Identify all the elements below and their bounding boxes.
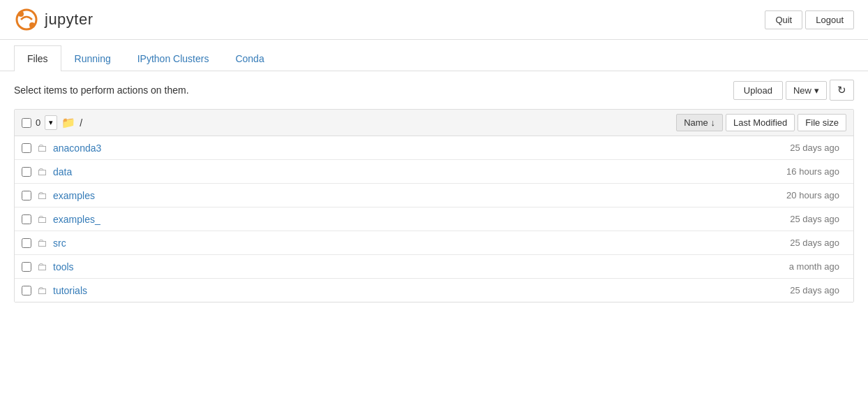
table-row: 🗀 anaconda3 25 days ago bbox=[15, 136, 853, 160]
file-list-header: 0 ▾ 📁 / Name ↓ Last Modified File size bbox=[15, 110, 853, 136]
file-link[interactable]: src bbox=[53, 238, 66, 249]
toolbar: Select items to perform actions on them.… bbox=[0, 71, 868, 109]
file-link[interactable]: data bbox=[53, 166, 72, 177]
selected-count: 0 bbox=[36, 117, 40, 128]
new-button-label: New bbox=[793, 85, 811, 96]
logo: jupyter bbox=[14, 7, 93, 32]
row-checkbox[interactable] bbox=[22, 143, 31, 153]
tab-running[interactable]: Running bbox=[61, 45, 124, 71]
refresh-button[interactable]: ↻ bbox=[830, 80, 854, 101]
file-row-left: 🗀 examples_ bbox=[22, 213, 735, 225]
new-button[interactable]: New ▾ bbox=[786, 81, 827, 100]
file-row-left: 🗀 tutorials bbox=[22, 284, 735, 296]
table-row: 🗀 src 25 days ago bbox=[15, 231, 853, 255]
name-sort-label: Name bbox=[684, 117, 708, 128]
header-buttons: Quit Logout bbox=[765, 10, 854, 29]
table-row: 🗀 examples_ 25 days ago bbox=[15, 207, 853, 231]
file-row-left: 🗀 examples bbox=[22, 189, 735, 201]
last-modified-sort-button[interactable]: Last Modified bbox=[726, 114, 795, 131]
logo-text: jupyter bbox=[45, 10, 93, 29]
select-dropdown-button[interactable]: ▾ bbox=[45, 115, 57, 130]
toolbar-info-text: Select items to perform actions on them. bbox=[14, 85, 189, 96]
tab-files[interactable]: Files bbox=[14, 45, 61, 71]
list-header-left: 0 ▾ 📁 / bbox=[22, 115, 676, 130]
file-row-left: 🗀 tools bbox=[22, 261, 735, 272]
file-size-sort-button[interactable]: File size bbox=[798, 114, 846, 131]
file-link[interactable]: tools bbox=[53, 261, 74, 272]
quit-button[interactable]: Quit bbox=[765, 10, 802, 29]
folder-icon: 🗀 bbox=[37, 237, 47, 249]
row-checkbox[interactable] bbox=[22, 191, 31, 200]
toolbar-right: Upload New ▾ ↻ bbox=[733, 80, 854, 101]
folder-icon: 🗀 bbox=[37, 284, 47, 296]
folder-icon: 🗀 bbox=[37, 166, 47, 177]
table-row: 🗀 data 16 hours ago bbox=[15, 160, 853, 184]
svg-point-1 bbox=[18, 11, 24, 17]
name-sort-button[interactable]: Name ↓ bbox=[676, 114, 723, 131]
folder-icon: 🗀 bbox=[37, 189, 47, 201]
folder-icon: 🗀 bbox=[37, 213, 47, 225]
current-path: / bbox=[80, 117, 82, 129]
select-all-checkbox[interactable] bbox=[22, 118, 31, 128]
last-modified-cell: 25 days ago bbox=[735, 285, 846, 296]
tabs-bar: Files Running IPython Clusters Conda bbox=[0, 45, 868, 71]
row-checkbox[interactable] bbox=[22, 214, 31, 224]
last-modified-cell: 25 days ago bbox=[735, 143, 846, 153]
last-modified-cell: 20 hours ago bbox=[735, 190, 846, 200]
folder-icon: 🗀 bbox=[37, 142, 47, 154]
file-row-left: 🗀 src bbox=[22, 237, 735, 249]
table-row: 🗀 tutorials 25 days ago bbox=[15, 279, 853, 302]
last-modified-cell: a month ago bbox=[735, 261, 846, 272]
jupyter-logo-icon bbox=[14, 7, 39, 32]
tab-conda[interactable]: Conda bbox=[222, 45, 277, 71]
file-link[interactable]: tutorials bbox=[53, 285, 87, 296]
name-sort-arrow: ↓ bbox=[710, 117, 715, 128]
upload-button[interactable]: Upload bbox=[733, 81, 783, 100]
file-link[interactable]: examples_ bbox=[53, 214, 100, 225]
tab-ipython-clusters[interactable]: IPython Clusters bbox=[124, 45, 223, 71]
last-modified-cell: 25 days ago bbox=[735, 238, 846, 248]
folder-icon: 🗀 bbox=[37, 261, 47, 272]
logout-button[interactable]: Logout bbox=[805, 10, 854, 29]
last-modified-cell: 16 hours ago bbox=[735, 166, 846, 177]
table-row: 🗀 tools a month ago bbox=[15, 255, 853, 279]
table-row: 🗀 examples 20 hours ago bbox=[15, 184, 853, 207]
row-checkbox[interactable] bbox=[22, 286, 31, 296]
file-row-left: 🗀 anaconda3 bbox=[22, 142, 735, 154]
svg-point-2 bbox=[29, 22, 35, 28]
file-row-left: 🗀 data bbox=[22, 166, 735, 177]
last-modified-cell: 25 days ago bbox=[735, 214, 846, 224]
new-button-arrow: ▾ bbox=[814, 85, 819, 96]
current-folder-icon: 📁 bbox=[61, 116, 75, 129]
file-list-container: 0 ▾ 📁 / Name ↓ Last Modified File size 🗀… bbox=[14, 109, 854, 302]
file-rows: 🗀 anaconda3 25 days ago 🗀 data 16 hours … bbox=[15, 136, 853, 302]
row-checkbox[interactable] bbox=[22, 167, 31, 177]
row-checkbox[interactable] bbox=[22, 238, 31, 248]
header: jupyter Quit Logout bbox=[0, 0, 868, 40]
list-header-right: Name ↓ Last Modified File size bbox=[676, 114, 846, 131]
file-link[interactable]: anaconda3 bbox=[53, 143, 101, 154]
row-checkbox[interactable] bbox=[22, 262, 31, 272]
file-link[interactable]: examples bbox=[53, 190, 95, 201]
